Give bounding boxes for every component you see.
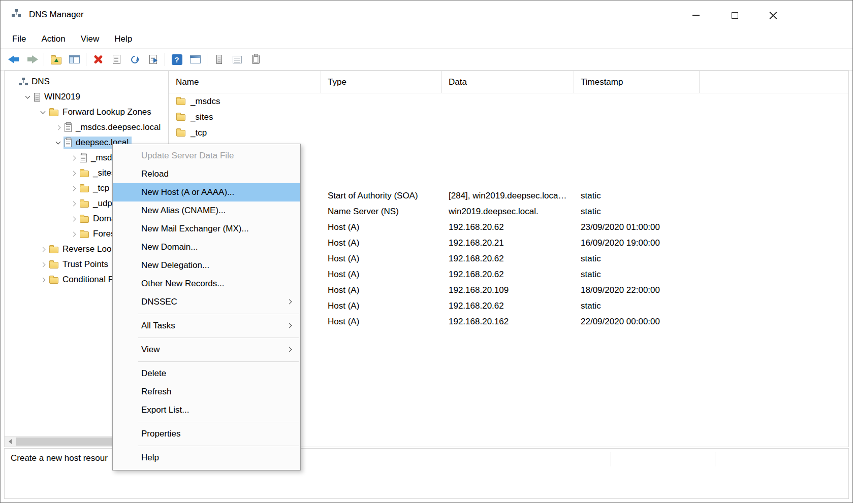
menu-view[interactable]: View <box>73 32 107 46</box>
context-menu-item-help[interactable]: Help <box>113 449 300 467</box>
delete-button[interactable] <box>89 50 107 69</box>
details-view-button[interactable] <box>228 50 246 69</box>
maximize-button[interactable] <box>715 1 754 30</box>
zone-icon <box>80 154 87 162</box>
refresh-button[interactable] <box>125 50 144 69</box>
expander-closed-icon[interactable] <box>68 187 79 190</box>
forward-icon <box>26 55 38 63</box>
expander-closed-icon[interactable] <box>68 172 79 175</box>
menu-item-label: Other New Records... <box>141 279 224 288</box>
list-row-sites[interactable]: _sites <box>169 109 848 125</box>
context-menu-item-new-delegation[interactable]: New Delegation... <box>113 256 300 275</box>
column-header-type[interactable]: Type <box>321 71 442 93</box>
expander-closed-icon[interactable] <box>37 263 48 266</box>
list-row-msdcs[interactable]: _msdcs <box>169 93 848 109</box>
close-button[interactable] <box>754 1 793 30</box>
tree-node-content: DNS <box>18 76 53 88</box>
menu-item-label: All Tasks <box>141 321 175 330</box>
status-separator <box>715 452 715 466</box>
record-timestamp: 23/09/2020 01:00:00 <box>574 222 700 232</box>
tree-node-content: Reverse Look <box>48 243 119 255</box>
context-menu-item-export-list[interactable]: Export List... <box>113 401 300 419</box>
context-menu-item-view[interactable]: View <box>113 341 300 359</box>
menu-bar: File Action View Help <box>1 30 852 48</box>
record-data: 192.168.20.62 <box>442 222 574 232</box>
context-menu-item-dnssec[interactable]: DNSSEC <box>113 293 300 311</box>
tree-node-content: _tcp <box>79 182 112 194</box>
tree-item-label: Fores <box>93 229 115 239</box>
menu-help[interactable]: Help <box>107 32 140 46</box>
status-separator <box>611 452 611 466</box>
context-menu-item-new-domain[interactable]: New Domain... <box>113 238 300 256</box>
expander-closed-icon[interactable] <box>68 202 79 206</box>
tree-item-forward-lookup-zones[interactable]: Forward Lookup Zones <box>5 105 168 120</box>
console-window-button[interactable] <box>186 50 204 69</box>
folder-icon <box>80 171 89 177</box>
forward-button[interactable] <box>23 50 41 69</box>
menu-separator <box>138 422 299 422</box>
menu-file[interactable]: File <box>5 32 34 46</box>
menu-item-label: Export List... <box>141 405 189 415</box>
back-button[interactable] <box>5 50 23 69</box>
dns-root-icon <box>19 78 27 86</box>
expander-open-icon[interactable] <box>37 112 48 113</box>
column-header-data[interactable]: Data <box>442 71 574 93</box>
toolbar: ? <box>1 48 852 71</box>
record-timestamp: 16/09/2020 19:00:00 <box>574 238 700 248</box>
record-type: Host (A) <box>321 222 442 232</box>
export-list-button[interactable] <box>144 50 162 69</box>
record-name-cell: _sites <box>169 112 321 122</box>
toolbar-separator <box>86 53 86 66</box>
expander-closed-icon[interactable] <box>68 217 79 221</box>
context-menu-item-new-host-a-or-aaaa[interactable]: New Host (A or AAAA)... <box>113 183 300 201</box>
folder-icon <box>176 98 185 105</box>
menu-action[interactable]: Action <box>34 32 73 46</box>
expander-open-icon[interactable] <box>52 142 64 144</box>
show-console-tree-button[interactable] <box>65 50 83 69</box>
expander-closed-icon[interactable] <box>68 232 79 236</box>
tree-item-label: DNS <box>31 77 50 87</box>
up-one-level-button[interactable] <box>47 50 65 69</box>
minimize-button[interactable] <box>677 1 715 30</box>
server-status-button[interactable] <box>210 50 228 69</box>
toolbar-separator <box>165 53 165 66</box>
help-button[interactable]: ? <box>168 50 186 69</box>
zone-icon <box>65 139 72 147</box>
scroll-left-button[interactable] <box>5 436 15 447</box>
expander-closed-icon[interactable] <box>37 248 48 251</box>
folder-icon <box>176 130 185 137</box>
column-header-timestamp[interactable]: Timestamp <box>574 71 700 93</box>
list-header: Name Type Data Timestamp <box>169 71 848 93</box>
expander-closed-icon[interactable] <box>68 156 79 160</box>
context-menu-item-properties[interactable]: Properties <box>113 425 300 443</box>
tree-item-dns[interactable]: DNS <box>5 74 168 89</box>
context-menu-item-other-new-records[interactable]: Other New Records... <box>113 275 300 293</box>
context-menu-item-new-alias-cname[interactable]: New Alias (CNAME)... <box>113 201 300 220</box>
record-name: _msdcs <box>191 96 220 107</box>
context-menu-item-new-mail-exchanger-mx[interactable]: New Mail Exchanger (MX)... <box>113 220 300 238</box>
record-timestamp: static <box>574 207 700 217</box>
menu-item-label: New Domain... <box>141 242 198 252</box>
details-view-icon <box>233 56 242 63</box>
folder-icon <box>49 247 58 253</box>
list-row-tcp[interactable]: _tcp <box>169 125 848 141</box>
clipboard-button[interactable] <box>246 50 265 69</box>
record-data: 192.168.20.62 <box>442 301 574 311</box>
context-menu-item-reload[interactable]: Reload <box>113 165 300 183</box>
context-menu-item-delete[interactable]: Delete <box>113 364 300 383</box>
expander-open-icon[interactable] <box>22 96 33 98</box>
record-type: Host (A) <box>321 254 442 264</box>
column-header-name[interactable]: Name <box>169 71 321 93</box>
expander-closed-icon[interactable] <box>52 126 64 129</box>
expander-closed-icon[interactable] <box>37 278 48 282</box>
export-list-icon <box>149 55 157 64</box>
submenu-arrow-icon <box>287 299 292 305</box>
context-menu-item-refresh[interactable]: Refresh <box>113 383 300 401</box>
folder-icon <box>49 110 58 116</box>
clipboard-icon <box>252 55 260 64</box>
tree-item-win2019[interactable]: WIN2019 <box>5 89 168 105</box>
tree-item-msdcs-deepsec-local[interactable]: _msdcs.deepsec.local <box>5 120 168 135</box>
record-data: 192.168.20.21 <box>442 238 574 248</box>
context-menu-item-all-tasks[interactable]: All Tasks <box>113 317 300 335</box>
properties-button[interactable] <box>107 50 125 69</box>
